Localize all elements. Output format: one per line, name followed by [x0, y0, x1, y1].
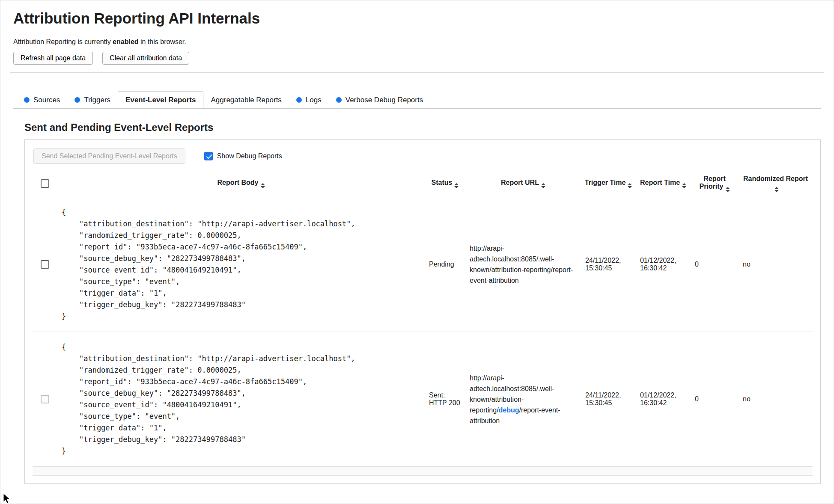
tab-logs[interactable]: Logs — [289, 92, 329, 108]
header-label: Report Priority — [699, 175, 725, 190]
row-select-cell — [33, 332, 57, 467]
col-header-status[interactable]: Status — [425, 170, 465, 197]
data-indicator-icon — [74, 97, 80, 103]
report-time-cell: 01/12/2022, 16:30:42 — [636, 332, 691, 467]
col-header-trigger-time[interactable]: Trigger Time — [581, 170, 636, 197]
header-label: Status — [432, 179, 453, 186]
sort-icon — [726, 187, 730, 192]
show-debug-checkbox[interactable] — [204, 152, 213, 160]
sort-icon — [541, 183, 545, 188]
attribution-internals-page: Attribution Reporting API Internals Attr… — [0, 0, 834, 504]
section-heading: Sent and Pending Event-Level Reports — [24, 122, 821, 133]
select-all-checkbox[interactable] — [41, 179, 49, 188]
header-label: Report Body — [217, 179, 259, 186]
randomized-report-cell: no — [739, 197, 813, 332]
status-line: Attribution Reporting is currently enabl… — [13, 38, 821, 46]
header-label: Report URL — [501, 179, 539, 186]
report-url-cell: http://arapi-adtech.localhost:8085/.well… — [465, 197, 581, 332]
data-indicator-icon — [296, 97, 302, 103]
trigger-time-cell: 24/11/2022, 15:30:45 — [581, 197, 636, 332]
sort-icon — [261, 183, 265, 188]
panel-toolbar: Send Selected Pending Event-Level Report… — [33, 148, 813, 164]
tab-aggregatable-reports[interactable]: Aggregatable Reports — [203, 92, 289, 108]
show-debug-toggle[interactable]: Show Debug Reports — [204, 152, 282, 160]
sort-icon — [628, 183, 632, 188]
tab-event-level-reports[interactable]: Event-Level Reports — [118, 92, 203, 108]
status-text-suffix: in this browser. — [139, 38, 186, 45]
tab-label: Event-Level Reports — [125, 96, 196, 104]
report-url-cell: http://arapi-adtech.localhost:8085/.well… — [465, 332, 581, 467]
tab-label: Triggers — [84, 96, 110, 104]
col-header-report-time[interactable]: Report Time — [636, 170, 691, 197]
table-header-row: Report Body Status Report URL Trigger Ti… — [33, 170, 813, 197]
send-selected-button[interactable]: Send Selected Pending Event-Level Report… — [33, 148, 185, 164]
trigger-time-cell: 24/11/2022, 15:30:45 — [581, 332, 636, 467]
select-all-header — [33, 170, 57, 197]
table-footer-strip — [33, 467, 813, 476]
col-header-report-priority[interactable]: Report Priority — [691, 170, 739, 197]
page-title: Attribution Reporting API Internals — [13, 10, 821, 27]
clear-all-button[interactable]: Clear all attribution data — [102, 52, 189, 65]
report-row: { "attribution_destination": "http://ara… — [33, 197, 813, 332]
report-body-json: { "attribution_destination": "http://ara… — [62, 341, 420, 457]
divider — [10, 72, 824, 73]
tab-label: Aggregatable Reports — [211, 96, 281, 104]
status-text-prefix: Attribution Reporting is currently — [13, 38, 113, 45]
header-label: Report Time — [640, 179, 680, 186]
report-priority-cell: 0 — [691, 332, 739, 467]
header-label: Trigger Time — [585, 179, 626, 186]
sort-icon — [454, 183, 459, 188]
tab-triggers[interactable]: Triggers — [67, 92, 118, 108]
sort-icon — [774, 187, 779, 192]
show-debug-label: Show Debug Reports — [217, 152, 282, 160]
col-header-report-body[interactable]: Report Body — [57, 170, 425, 197]
randomized-report-cell: no — [739, 332, 813, 467]
report-time-cell: 01/12/2022, 16:30:42 — [636, 197, 691, 332]
reports-panel: Send Selected Pending Event-Level Report… — [24, 139, 821, 484]
status-enabled-text: enabled — [113, 38, 138, 45]
data-indicator-icon — [24, 97, 30, 103]
sort-icon — [682, 183, 686, 188]
report-priority-cell: 0 — [691, 197, 739, 332]
row-select-checkbox[interactable] — [41, 395, 49, 403]
row-select-cell — [33, 197, 57, 332]
tab-label: Verbose Debug Reports — [346, 96, 423, 104]
status-cell: Sent: HTTP 200 — [425, 332, 465, 467]
tab-label: Logs — [306, 96, 322, 104]
tab-sources[interactable]: Sources — [17, 92, 67, 108]
status-cell: Pending — [425, 197, 465, 332]
reports-table: Report Body Status Report URL Trigger Ti… — [33, 170, 813, 467]
url-text: http://arapi-adtech.localhost:8085/.well… — [470, 245, 554, 273]
col-header-report-url[interactable]: Report URL — [465, 170, 581, 197]
report-body-cell: { "attribution_destination": "http://ara… — [57, 197, 425, 332]
data-indicator-icon — [336, 97, 342, 103]
report-body-json: { "attribution_destination": "http://ara… — [62, 207, 420, 322]
tab-label: Sources — [33, 96, 60, 104]
mouse-cursor-icon — [3, 493, 12, 504]
tab-bar: Sources Triggers Event-Level Reports Agg… — [13, 92, 821, 109]
debug-link[interactable]: debug — [499, 406, 519, 414]
report-body-cell: { "attribution_destination": "http://ara… — [57, 332, 425, 467]
tab-verbose-debug-reports[interactable]: Verbose Debug Reports — [329, 92, 430, 108]
header-label: Randomized Report — [743, 175, 808, 182]
col-header-randomized-report[interactable]: Randomized Report — [739, 170, 813, 197]
page-toolbar: Refresh all page data Clear all attribut… — [13, 52, 821, 65]
refresh-all-button[interactable]: Refresh all page data — [13, 52, 93, 65]
report-row: { "attribution_destination": "http://ara… — [33, 332, 813, 467]
row-select-checkbox[interactable] — [41, 260, 49, 269]
